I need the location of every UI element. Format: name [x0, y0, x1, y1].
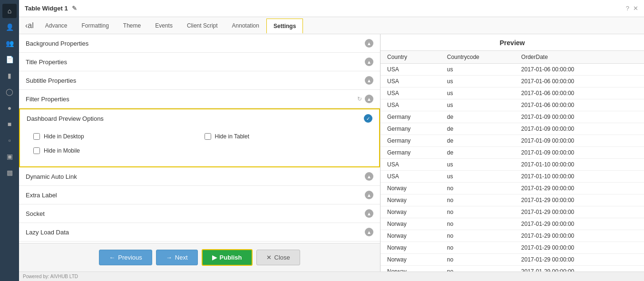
preview-table-container[interactable]: Country Countrycode OrderDate USA us 201… [381, 51, 644, 271]
next-button[interactable]: → Next [156, 250, 198, 265]
table-row: Germany de 2017-01-09 00:00:00 [381, 135, 644, 147]
cell-date: 2017-01-10 00:00:00 [515, 159, 623, 171]
title-collapse-icon: ▲ [365, 58, 373, 66]
filter-properties-row[interactable]: Filter Properties ↻ ▲ [19, 90, 380, 108]
dynamic-auto-link-row[interactable]: Dynamic Auto Link ▲ [19, 167, 380, 186]
edit-icon[interactable]: ✎ [72, 5, 77, 12]
lazy-load-collapse-icon: ▲ [365, 228, 373, 236]
subtitle-properties-row[interactable]: Subtitle Properties ▲ [19, 71, 380, 90]
preview-table: Country Countrycode OrderDate USA us 201… [381, 51, 644, 271]
close-button[interactable]: ✕ Close [256, 250, 300, 265]
table-row: Norway no 2017-01-29 00:00:00 [381, 266, 644, 272]
sidebar-icon-settings[interactable]: ◯ [2, 85, 17, 99]
hide-desktop-checkbox[interactable] [33, 133, 40, 140]
cell-code: no [440, 254, 515, 266]
table-row: Norway no 2017-01-29 00:00:00 [381, 254, 644, 266]
background-properties-row[interactable]: Background Properties ▲ [19, 34, 380, 53]
table-row: Norway no 2017-01-29 00:00:00 [381, 206, 644, 218]
background-properties-icons: ▲ [365, 39, 373, 48]
title-properties-label: Title Properties [26, 58, 67, 66]
close-icon[interactable]: ✕ [633, 5, 638, 12]
tab-theme[interactable]: Theme [116, 18, 148, 33]
cell-country: USA [381, 64, 440, 76]
extra-label-row[interactable]: Extra Label ▲ [19, 186, 380, 204]
cell-country: Germany [381, 147, 440, 159]
dashboard-preview-row[interactable]: Dashboard Preview Options ✓ [20, 109, 379, 127]
extra-label-icons: ▲ [365, 191, 373, 199]
hide-desktop-row: Hide in Desktop [33, 133, 195, 140]
sidebar-icon-user[interactable]: 👤 [2, 20, 17, 34]
tab-formatting[interactable]: Formatting [74, 18, 116, 33]
tab-settings[interactable]: Settings [266, 19, 303, 33]
sidebar-icon-layers[interactable]: ▫ [2, 133, 17, 147]
cell-date: 2017-01-09 00:00:00 [515, 123, 623, 135]
cell-date: 2017-01-06 00:00:00 [515, 99, 623, 111]
cell-country: USA [381, 87, 440, 99]
title-bar: Table Widget 1 ✎ ? ✕ [19, 0, 644, 17]
sidebar-icon-bell[interactable]: ■ [2, 117, 17, 131]
hide-tablet-checkbox[interactable] [205, 133, 211, 140]
filter-refresh-icon[interactable]: ↻ [357, 96, 362, 102]
prev-arrow-icon: ← [109, 254, 115, 261]
table-row: USA us 2017-01-06 00:00:00 [381, 87, 644, 99]
dashboard-preview-expanded: Hide in Desktop Hide in Tablet Hide in M… [20, 127, 379, 166]
sidebar-icon-group[interactable]: 👥 [2, 36, 17, 50]
sidebar-icon-file[interactable]: 📄 [2, 52, 17, 67]
cell-date: 2017-01-29 00:00:00 [515, 206, 623, 218]
table-row: USA us 2017-01-10 00:00:00 [381, 159, 644, 171]
sidebar-icon-grid[interactable]: ▣ [2, 149, 17, 164]
cell-code: us [440, 99, 515, 111]
cell-date: 2017-01-10 00:00:00 [515, 171, 623, 183]
tab-bar: ‹al Advance Formatting Theme Events Clie… [19, 17, 644, 34]
cell-country: Germany [381, 111, 440, 123]
publish-button[interactable]: ▶ Publish [202, 249, 253, 266]
socket-row[interactable]: Socket ▲ [19, 204, 380, 223]
col-orderdate: OrderDate [515, 51, 623, 64]
sidebar: ⌂ 👤 👥 📄 ▮ ◯ ● ■ ▫ ▣ ▩ [0, 0, 19, 281]
cell-code: us [440, 159, 515, 171]
tab-advance[interactable]: Advance [38, 18, 75, 33]
sidebar-icon-tag[interactable]: ● [2, 101, 17, 115]
table-row: Germany de 2017-01-09 00:00:00 [381, 111, 644, 123]
title-bar-right: ? ✕ [626, 5, 638, 12]
cell-code: no [440, 206, 515, 218]
close-x-icon: ✕ [266, 254, 272, 261]
widget-title: Table Widget 1 [25, 5, 68, 12]
cell-date: 2017-01-06 00:00:00 [515, 87, 623, 99]
tab-events[interactable]: Events [148, 18, 180, 33]
content-split: Background Properties ▲ Title Properties… [19, 34, 644, 271]
sidebar-icon-chart[interactable]: ▮ [2, 68, 17, 83]
table-row: USA us 2017-01-10 00:00:00 [381, 171, 644, 183]
title-properties-row[interactable]: Title Properties ▲ [19, 53, 380, 71]
help-icon[interactable]: ? [626, 5, 629, 12]
hide-mobile-label: Hide in Mobile [44, 147, 80, 154]
lazy-load-row[interactable]: Lazy Load Data ▲ [19, 223, 380, 242]
sidebar-icon-home[interactable]: ⌂ [2, 4, 17, 18]
cell-code: us [440, 64, 515, 76]
cell-date: 2017-01-06 00:00:00 [515, 64, 623, 76]
cell-extra [622, 159, 644, 171]
tab-back[interactable]: ‹al [21, 19, 38, 32]
next-arrow-icon: → [166, 254, 172, 261]
previous-button[interactable]: ← Previous [99, 250, 152, 265]
main-content: Table Widget 1 ✎ ? ✕ ‹al Advance Formatt… [19, 0, 644, 281]
subtitle-properties-icons: ▲ [365, 76, 373, 85]
cell-date: 2017-01-29 00:00:00 [515, 194, 623, 206]
cell-extra [622, 242, 644, 254]
tab-annotation[interactable]: Annotation [225, 18, 266, 33]
col-country: Country [381, 51, 440, 64]
table-row: USA us 2017-01-06 00:00:00 [381, 76, 644, 87]
hide-tablet-label: Hide in Tablet [215, 133, 250, 140]
cell-code: no [440, 183, 515, 194]
background-collapse-icon: ▲ [365, 39, 373, 48]
cell-extra [622, 194, 644, 206]
hide-desktop-label: Hide in Desktop [44, 133, 84, 140]
sidebar-icon-barchart[interactable]: ▩ [2, 165, 17, 180]
hide-mobile-checkbox[interactable] [33, 147, 40, 154]
subtitle-collapse-icon: ▲ [365, 76, 373, 85]
filter-collapse-icon: ▲ [365, 95, 373, 103]
cell-extra [622, 183, 644, 194]
cell-extra [622, 206, 644, 218]
cell-date: 2017-01-29 00:00:00 [515, 218, 623, 230]
tab-client-script[interactable]: Client Script [180, 18, 225, 33]
